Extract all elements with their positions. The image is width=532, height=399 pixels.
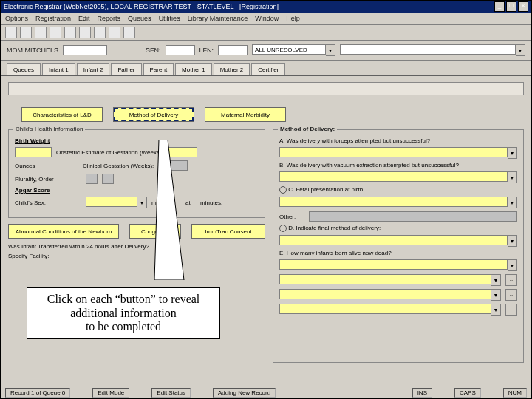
- child-health-group: Child's Health Information Birth Weight …: [8, 129, 265, 218]
- qa-dropdown[interactable]: ▼: [279, 147, 517, 159]
- radio-icon[interactable]: [279, 225, 287, 232]
- qb-dropdown[interactable]: ▼: [279, 171, 517, 183]
- tab-infant2[interactable]: Infant 2: [77, 63, 110, 75]
- menu-options[interactable]: Options: [5, 15, 28, 22]
- sfn-field[interactable]: [166, 45, 195, 55]
- menu-edit[interactable]: Edit: [78, 15, 90, 22]
- window-buttons: _ □ ×: [494, 1, 528, 12]
- plurality-field: [86, 174, 98, 184]
- tab-parent[interactable]: Parent: [143, 63, 174, 75]
- at-label: at: [185, 200, 196, 206]
- question-c: C. Fetal presentation at birth:: [288, 186, 364, 193]
- menu-registration[interactable]: Registration: [35, 15, 71, 22]
- chevron-down-icon: ▼: [516, 44, 525, 56]
- status-dropdown[interactable]: ALL UNRESOLVED ▼: [252, 44, 335, 56]
- picker-button[interactable]: ..: [505, 274, 517, 286]
- banner-strip: [8, 82, 524, 95]
- toolbar-icon[interactable]: [64, 27, 76, 38]
- status-mode: Edit Mode: [92, 388, 129, 398]
- extra-dropdown[interactable]: ▼: [279, 304, 501, 316]
- chevron-down-icon: ▼: [326, 44, 335, 56]
- menu-reports[interactable]: Reports: [98, 15, 121, 22]
- callout-box: Click on each “button” to reveal additio…: [27, 287, 220, 339]
- other-label: Other:: [279, 214, 304, 220]
- toolbar: [1, 25, 531, 41]
- tab-row: Queues Infant 1 Infant 2 Father Parent M…: [1, 61, 531, 76]
- extra-dropdown[interactable]: ▼: [279, 289, 501, 301]
- specify-label: Specify Facility:: [8, 253, 75, 259]
- status-record: Record 1 of Queue 0: [5, 388, 70, 398]
- radio-icon[interactable]: [279, 186, 287, 194]
- menu-bar: Options Registration Edit Reports Queues…: [1, 13, 531, 25]
- method-delivery-group: Method of Delivery: A. Was delivery with…: [273, 129, 524, 363]
- status-bar: Record 1 of Queue 0 Edit Mode Edit Statu…: [1, 386, 531, 398]
- tab-mother2[interactable]: Mother 2: [214, 63, 250, 75]
- name-field[interactable]: [63, 45, 107, 55]
- maternal-morbidity-button[interactable]: Maternal Morbidity: [205, 107, 286, 122]
- toolbar-icon[interactable]: [94, 27, 106, 38]
- tab-queues[interactable]: Queues: [7, 63, 41, 75]
- other-field: [309, 211, 517, 222]
- chevron-down-icon: ▼: [137, 197, 147, 208]
- app-window: Electronic Registrar (WebNet2005), LOCAL…: [0, 0, 532, 399]
- filter-row: MOM MITCHELS SFN: LFN: ALL UNRESOLVED ▼ …: [1, 41, 531, 61]
- toolbar-icon[interactable]: [50, 27, 61, 38]
- group-title: Child's Health Information: [13, 126, 85, 132]
- toolbar-icon[interactable]: [123, 27, 135, 38]
- window-title: Electronic Registrar (WebNet2005), LOCAL…: [4, 3, 279, 10]
- obstetric-label: Obstetric Estimate of Gestation (Weeks):: [56, 149, 163, 156]
- menu-queues[interactable]: Queues: [128, 15, 151, 22]
- birth-weight-field[interactable]: [15, 147, 52, 157]
- toolbar-icon[interactable]: [5, 27, 17, 38]
- question-a: A. Was delivery with forceps attempted b…: [279, 137, 517, 144]
- transfer-question: Was Infant Transferred within 24 hours a…: [8, 243, 265, 250]
- obstetric-field[interactable]: [168, 147, 197, 157]
- status-edit: Edit Status: [151, 388, 191, 398]
- method-delivery-title: Method of Delivery:: [278, 126, 337, 132]
- tab-father[interactable]: Father: [111, 63, 141, 75]
- menu-help[interactable]: Help: [286, 15, 300, 22]
- tab-mother1[interactable]: Mother 1: [175, 63, 212, 75]
- order-field: [102, 174, 114, 184]
- lfn-field[interactable]: [218, 45, 248, 55]
- picker-button[interactable]: ..: [505, 289, 517, 301]
- close-button[interactable]: ×: [518, 1, 528, 12]
- qd-dropdown[interactable]: ▼: [279, 235, 517, 247]
- secondary-value: [340, 44, 516, 55]
- minutes-label: minutes:: [151, 200, 181, 206]
- menu-library[interactable]: Library Maintenance: [188, 15, 248, 22]
- status-adding: Adding New Record: [213, 388, 276, 398]
- menu-utilities[interactable]: Utilities: [159, 15, 180, 22]
- picker-button[interactable]: ..: [505, 304, 517, 316]
- tab-certifier[interactable]: Certifier: [251, 63, 285, 75]
- immtrac-button[interactable]: ImmTrac Consent: [191, 224, 265, 239]
- menu-window[interactable]: Window: [255, 15, 279, 22]
- apgar-title: Apgar Score: [15, 187, 259, 194]
- clinical-label: Clinical Gestation (Weeks):: [83, 163, 154, 169]
- maximize-button[interactable]: □: [506, 1, 516, 12]
- toolbar-icon[interactable]: [20, 27, 32, 38]
- callout-text: Click on each “button” to reveal additio…: [33, 293, 214, 333]
- status-ins: INS: [412, 388, 432, 398]
- status-value: ALL UNRESOLVED: [252, 44, 326, 55]
- right-column: Method of Delivery: A. Was delivery with…: [273, 129, 524, 366]
- abnormal-conditions-button[interactable]: Abnormal Conditions of the Newborn: [8, 224, 119, 239]
- characteristics-button[interactable]: Characteristics of L&D: [21, 107, 103, 122]
- extra-dropdown[interactable]: ▼: [279, 274, 501, 286]
- childsex-dropdown[interactable]: ▼: [86, 197, 147, 208]
- status-num: NUM: [503, 388, 527, 398]
- congenital-button[interactable]: Congenital: [129, 224, 181, 239]
- secondary-dropdown[interactable]: ▼: [340, 44, 525, 56]
- toolbar-icon[interactable]: [35, 27, 47, 38]
- birth-weight-label: Birth Weight: [15, 137, 81, 144]
- qc-dropdown[interactable]: ▼: [279, 197, 517, 208]
- toolbar-icon[interactable]: [79, 27, 91, 38]
- qe-dropdown[interactable]: ▼: [279, 259, 517, 271]
- method-of-delivery-button[interactable]: Method of Delivery: [113, 107, 194, 122]
- toolbar-icon[interactable]: [109, 27, 120, 38]
- tab-infant1[interactable]: Infant 1: [42, 63, 75, 75]
- question-e: E. How many infants born alive now dead?: [279, 250, 517, 256]
- clinical-field: [158, 160, 188, 171]
- plurality-label: Plurality, Order: [15, 176, 81, 183]
- minimize-button[interactable]: _: [494, 1, 505, 12]
